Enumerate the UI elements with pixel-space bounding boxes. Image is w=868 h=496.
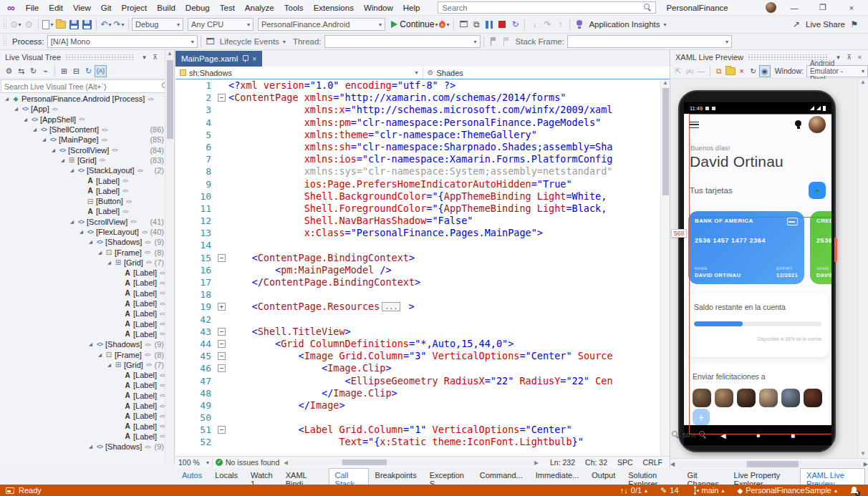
home-button-icon[interactable]: ● bbox=[756, 431, 761, 439]
expander-icon[interactable]: ◢ bbox=[12, 106, 20, 112]
tree-search-box[interactable] bbox=[1, 79, 173, 93]
goto-source-icon[interactable]: <> bbox=[126, 198, 131, 205]
restart-icon[interactable]: ↻ bbox=[508, 17, 521, 31]
redo-icon[interactable]: ↷▾ bbox=[112, 17, 125, 31]
goto-source-icon[interactable]: <> bbox=[130, 218, 135, 225]
preview-canvas[interactable]: 11:49 Bu bbox=[670, 79, 868, 458]
step-over-icon[interactable]: ↷ bbox=[541, 17, 554, 31]
goto-source-icon[interactable]: <> bbox=[102, 127, 107, 133]
show-labels-icon[interactable]: (A) bbox=[95, 65, 107, 77]
refresh-icon[interactable]: ↻ bbox=[748, 65, 759, 77]
goto-source-icon[interactable]: <> bbox=[100, 157, 105, 163]
menu-extensions[interactable]: Extensions bbox=[309, 3, 359, 13]
issues-status[interactable]: No issues found bbox=[226, 458, 279, 467]
code-line[interactable]: 15− <ContentPage.BindingContext> bbox=[175, 252, 670, 264]
save-icon[interactable] bbox=[67, 17, 80, 31]
fold-box-icon[interactable]: − bbox=[218, 254, 226, 262]
tree-row[interactable]: ◢<>[StackLayout]<>(2) bbox=[0, 165, 174, 175]
tree-row[interactable]: ◢<>[ScrollView]<>(41) bbox=[0, 217, 174, 227]
goto-source-icon[interactable]: <> bbox=[122, 208, 127, 215]
bank-card-green[interactable]: CRED 2536 NAME DAVID bbox=[810, 211, 831, 284]
fold-box-icon[interactable]: − bbox=[218, 364, 226, 372]
hot-reload-icon[interactable]: ▾ bbox=[438, 17, 450, 31]
reset-icon[interactable]: ↻ bbox=[82, 65, 95, 77]
code-line[interactable]: 19+ <ContentPage.Resources... > bbox=[175, 301, 670, 313]
repository-picker[interactable]: ◆PersonalFinanceSample▴ bbox=[737, 486, 837, 495]
tree-row[interactable]: ◢<>[ShellContent]<>(86) bbox=[0, 125, 174, 135]
process-combo[interactable]: [N/A] Mono▾ bbox=[47, 35, 198, 48]
menu-git[interactable]: Git bbox=[96, 3, 117, 13]
contact-avatar[interactable] bbox=[781, 389, 800, 407]
tree-row[interactable]: A[Label]<> bbox=[0, 422, 174, 432]
breadcrumb-member-dropdown[interactable]: ⚙ Shades bbox=[423, 67, 670, 79]
tree-row[interactable]: A[Label]<> bbox=[0, 268, 174, 278]
goto-source-icon[interactable]: <> bbox=[122, 188, 127, 194]
contact-avatar[interactable] bbox=[715, 389, 733, 407]
tree-search-input[interactable] bbox=[4, 82, 162, 91]
tree-row[interactable]: ◢⊞[Grid]<>(83) bbox=[0, 155, 174, 165]
quick-search-box[interactable] bbox=[438, 1, 656, 14]
preview-window-combo[interactable]: Android Emulator - Pixel▾ bbox=[806, 65, 868, 77]
menu-edit[interactable]: Edit bbox=[44, 3, 68, 13]
tree-row[interactable]: A[Label]<> bbox=[0, 432, 174, 442]
tree-row[interactable]: A[Label]<> bbox=[0, 308, 174, 318]
contact-avatar[interactable] bbox=[693, 389, 711, 407]
window-position-icon[interactable]: ▾ bbox=[139, 54, 150, 61]
tree-row[interactable]: ◢<>[Shadows]<>(9) bbox=[0, 442, 174, 452]
goto-source-icon[interactable]: <> bbox=[52, 106, 57, 112]
expander-icon[interactable]: ◢ bbox=[31, 127, 39, 132]
tree-row[interactable]: ◢<>[App]<> bbox=[0, 104, 174, 114]
tree-row[interactable]: A[Label]<> bbox=[0, 329, 174, 339]
hamburger-menu-icon[interactable] bbox=[690, 122, 699, 128]
code-line[interactable]: 17 </ContentPage.BindingContext> bbox=[175, 276, 670, 288]
tree-row[interactable]: A[Label]<> bbox=[0, 370, 174, 380]
solution-configuration-combo[interactable]: Debug▾ bbox=[132, 18, 183, 31]
application-insights-label[interactable]: Application Insights bbox=[589, 20, 660, 29]
step-out-icon[interactable]: ↑ bbox=[554, 17, 566, 31]
tree-row[interactable]: ◢⊞[Grid]<>(7) bbox=[0, 258, 174, 268]
add-contact-button[interactable]: + bbox=[693, 409, 710, 426]
new-window-icon[interactable]: ⧉ bbox=[713, 65, 725, 77]
health-indicator-icon[interactable]: ✓ bbox=[216, 459, 223, 466]
editor-vertical-scrollbar[interactable]: ▲ bbox=[660, 79, 670, 456]
stack-frame-combo[interactable]: ▾ bbox=[567, 35, 732, 48]
search-input[interactable] bbox=[442, 4, 644, 12]
sync-status[interactable]: ↑↓0/1▴ bbox=[620, 486, 647, 495]
select-element-icon[interactable]: ⇱ bbox=[672, 65, 684, 77]
menu-project[interactable]: Project bbox=[116, 3, 152, 13]
tree-row[interactable]: A[Label]<> bbox=[0, 186, 174, 196]
navigate-forward-icon[interactable]: ⊙ bbox=[22, 17, 35, 31]
code-line[interactable]: 48 </Image.Clip> bbox=[175, 387, 670, 399]
break-all-icon[interactable] bbox=[483, 17, 496, 31]
expander-icon[interactable]: ◢ bbox=[96, 352, 104, 358]
code-line[interactable]: 9 ios:Page.PrefersHomeIndicatorAutoHidde… bbox=[175, 178, 670, 190]
flag-icon[interactable] bbox=[487, 34, 500, 49]
tree-row[interactable]: ◢⊡[Frame]<>(8) bbox=[0, 349, 174, 359]
branch-picker[interactable]: main▴ bbox=[692, 486, 725, 495]
flag-outline-icon[interactable] bbox=[500, 34, 513, 49]
collapsed-region-box[interactable]: ... bbox=[382, 302, 400, 311]
code-line[interactable]: 44− <Grid ColumnDefinitions="*,Auto,15,4… bbox=[175, 338, 670, 350]
expander-icon[interactable]: ◢ bbox=[3, 96, 11, 102]
expander-icon[interactable]: ◢ bbox=[105, 260, 113, 266]
code-line[interactable]: 14 bbox=[175, 239, 670, 251]
expander-icon[interactable]: ◢ bbox=[68, 167, 76, 173]
tree-row[interactable]: A[Label]<> bbox=[0, 411, 174, 421]
refresh-icon[interactable]: ↻ bbox=[27, 65, 39, 77]
menu-test[interactable]: Test bbox=[215, 3, 240, 13]
expander-icon[interactable]: ◢ bbox=[96, 250, 104, 256]
continue-button[interactable]: Continue▾ bbox=[391, 17, 438, 31]
fold-box-icon[interactable]: − bbox=[218, 340, 226, 348]
code-line[interactable]: 52 Text="{x:Static theme:IconFont.Lightb… bbox=[175, 436, 670, 448]
breadcrumb-element-dropdown[interactable]: sh:Shadows ▾ bbox=[175, 67, 423, 79]
code-line[interactable]: 51− <Label Grid.Column="1" VerticalOptio… bbox=[175, 424, 670, 436]
minimize-button[interactable]: — bbox=[783, 4, 805, 12]
tree-row[interactable]: ◢<>[AppShell]<> bbox=[0, 115, 174, 125]
fold-box-icon[interactable]: − bbox=[218, 94, 226, 102]
collapse-all-icon[interactable]: ⊟ bbox=[70, 65, 82, 77]
new-file-icon[interactable]: ▾ bbox=[42, 17, 54, 31]
code-line[interactable]: 45− <Image Grid.Column="3" VerticalOptio… bbox=[175, 350, 670, 362]
close-button[interactable]: × bbox=[841, 4, 862, 12]
recents-button-icon[interactable]: ■ bbox=[791, 432, 795, 439]
user-avatar[interactable] bbox=[766, 2, 776, 13]
